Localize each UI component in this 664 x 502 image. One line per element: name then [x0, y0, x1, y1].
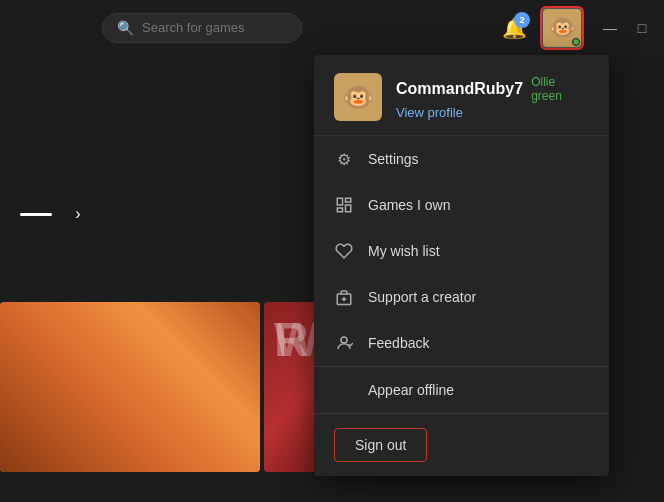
- menu-item-support-creator[interactable]: Support a creator: [314, 274, 609, 320]
- feedback-icon: [334, 333, 354, 353]
- games-icon: [334, 195, 354, 215]
- svg-rect-3: [337, 208, 342, 212]
- profile-username: CommandRuby7: [396, 80, 523, 98]
- window-controls: — □: [600, 18, 652, 38]
- menu-item-wish-list[interactable]: My wish list: [314, 228, 609, 274]
- appear-offline-icon: [334, 380, 354, 400]
- menu-item-settings[interactable]: ⚙ Settings: [314, 136, 609, 182]
- view-profile-link[interactable]: View profile: [396, 105, 589, 120]
- slider-bar: [20, 213, 52, 216]
- game-image-left: [0, 302, 260, 472]
- svg-rect-2: [346, 205, 351, 212]
- wish-list-label: My wish list: [368, 243, 440, 259]
- profile-section: 🐵 CommandRuby7 Ollie green View profile: [314, 55, 609, 136]
- svg-point-7: [341, 337, 347, 343]
- settings-icon: ⚙: [334, 149, 354, 169]
- sign-out-button[interactable]: Sign out: [334, 428, 427, 462]
- settings-label: Settings: [368, 151, 419, 167]
- header: 🔍 🔔 2 🐵 — □: [0, 0, 664, 55]
- search-bar[interactable]: 🔍: [102, 13, 302, 43]
- svg-rect-0: [337, 198, 342, 205]
- minimize-button[interactable]: —: [600, 18, 620, 38]
- profile-name-row: CommandRuby7 Ollie green: [396, 75, 589, 103]
- appear-offline-label: Appear offline: [368, 382, 454, 398]
- notification-badge: 2: [514, 12, 530, 28]
- svg-rect-1: [346, 198, 351, 202]
- support-creator-label: Support a creator: [368, 289, 476, 305]
- profile-info: CommandRuby7 Ollie green View profile: [396, 75, 589, 120]
- wishlist-icon: [334, 241, 354, 261]
- profile-avatar: 🐵: [334, 73, 382, 121]
- support-icon: [334, 287, 354, 307]
- notification-button[interactable]: 🔔 2: [496, 10, 532, 46]
- slider-controls: ›: [20, 200, 92, 228]
- search-input[interactable]: [142, 20, 282, 35]
- online-indicator: [572, 38, 580, 46]
- menu-item-games-i-own[interactable]: Games I own: [314, 182, 609, 228]
- dropdown-menu: 🐵 CommandRuby7 Ollie green View profile …: [314, 55, 609, 476]
- avatar-button[interactable]: 🐵: [540, 6, 584, 50]
- game-letter: R: [274, 312, 309, 367]
- menu-item-appear-offline[interactable]: Appear offline: [314, 367, 609, 413]
- sign-out-section: Sign out: [314, 414, 609, 476]
- next-slide-button[interactable]: ›: [64, 200, 92, 228]
- games-i-own-label: Games I own: [368, 197, 450, 213]
- feedback-label: Feedback: [368, 335, 429, 351]
- search-icon: 🔍: [117, 20, 134, 36]
- profile-status: Ollie green: [531, 75, 589, 103]
- menu-item-feedback[interactable]: Feedback: [314, 320, 609, 366]
- maximize-button[interactable]: □: [632, 18, 652, 38]
